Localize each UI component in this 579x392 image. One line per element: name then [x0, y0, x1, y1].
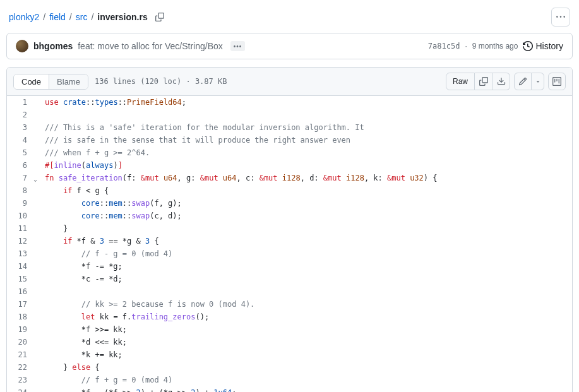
line-number[interactable]: 6 [7, 159, 39, 172]
line-number[interactable]: 1 [7, 96, 39, 109]
code-line: 13 // f - g = 0 (mod 4) [7, 247, 572, 260]
download-icon [497, 77, 506, 86]
dot-sep: · [465, 42, 467, 50]
code-line: 16 [7, 285, 572, 298]
line-number[interactable]: 22 [7, 361, 39, 374]
line-number[interactable]: 4 [7, 134, 39, 146]
commit-sha[interactable]: 7a81c5d [428, 42, 460, 50]
triangle-down-icon [535, 78, 541, 85]
code-line: 15 *c -= *d; [7, 273, 572, 285]
code-line: 17 // kk >= 2 because f is now 0 (mod 4)… [7, 298, 572, 311]
line-content[interactable]: /// when f + g >= 2^64. [39, 146, 572, 159]
breadcrumb-sep: / [91, 12, 93, 22]
line-content[interactable]: *f -= *g; [39, 260, 572, 273]
line-content[interactable]: fn safe_iteration(f: &mut u64, g: &mut u… [39, 172, 572, 184]
commit-left: bhgomes feat: move to alloc for Vec/Stri… [16, 40, 245, 52]
line-number[interactable]: 5 [7, 146, 39, 159]
code-line: 19 *f >>= kk; [7, 323, 572, 336]
line-content[interactable]: // f + g = 0 (mod 4) [39, 374, 572, 386]
line-number[interactable]: 11 [7, 222, 39, 235]
line-content[interactable]: // f - g = 0 (mod 4) [39, 247, 572, 260]
edit-dropdown[interactable] [532, 73, 544, 90]
chevron-down-icon[interactable]: ⌄ [33, 173, 37, 186]
copy-raw-button[interactable] [475, 73, 492, 90]
line-number[interactable]: 2 [7, 109, 39, 121]
line-number[interactable]: 23 [7, 374, 39, 386]
commit-author[interactable]: bhgomes [33, 41, 73, 51]
symbols-icon [552, 77, 561, 86]
line-content[interactable]: #[inline(always)] [39, 159, 572, 172]
code-line: 1use crate::types::PrimeField64; [7, 96, 572, 109]
line-number[interactable]: 21 [7, 348, 39, 361]
code-line: 20 *d <<= kk; [7, 336, 572, 348]
breadcrumb-sep: / [43, 12, 45, 22]
more-actions-button[interactable] [551, 8, 570, 27]
line-number[interactable]: 15 [7, 273, 39, 285]
breadcrumb-link-1[interactable]: field [49, 12, 66, 22]
line-number[interactable]: 17 [7, 298, 39, 311]
breadcrumb-link-0[interactable]: plonky2 [9, 12, 39, 22]
pencil-icon [518, 77, 527, 86]
code-blame-tabs: Code Blame [13, 74, 88, 90]
line-content[interactable]: core::mem::swap(f, g); [39, 197, 572, 210]
history-button[interactable]: History [523, 41, 563, 51]
copy-icon [479, 77, 488, 86]
copy-path-icon[interactable] [155, 13, 164, 21]
breadcrumb-link-2[interactable]: src [76, 12, 88, 22]
raw-button[interactable]: Raw [446, 73, 475, 90]
download-button[interactable] [492, 73, 510, 90]
line-content[interactable]: *f = (*f >> 2) + (*g >> 2) + 1u64; [39, 386, 572, 392]
tab-blame[interactable]: Blame [49, 74, 88, 89]
commit-message[interactable]: feat: move to alloc for Vec/String/Box [78, 41, 223, 51]
line-content[interactable]: } [39, 222, 572, 235]
avatar[interactable] [16, 40, 28, 52]
code-line: 10 core::mem::swap(c, d); [7, 210, 572, 222]
line-content[interactable] [39, 285, 572, 298]
line-number[interactable]: 16 [7, 285, 39, 298]
code-line: 11 } [7, 222, 572, 235]
edit-button[interactable] [514, 73, 532, 90]
breadcrumb-current: inversion.rs [97, 12, 147, 22]
code-line: 23 // f + g = 0 (mod 4) [7, 374, 572, 386]
code-line: 8 if f < g { [7, 184, 572, 197]
line-content[interactable]: core::mem::swap(c, d); [39, 210, 572, 222]
line-number[interactable]: 24 [7, 386, 39, 392]
commit-right: 7a81c5d · 9 months ago History [428, 41, 563, 51]
commit-badge[interactable]: ••• [230, 41, 246, 51]
line-number[interactable]: 14 [7, 260, 39, 273]
file-info: 136 lines (120 loc) · 3.87 KB [95, 77, 227, 86]
line-content[interactable]: /// This is a 'safe' iteration for the m… [39, 121, 572, 134]
line-content[interactable]: *f >>= kk; [39, 323, 572, 336]
line-number[interactable]: 19 [7, 323, 39, 336]
line-content[interactable]: /// is safe in the sense that it will pr… [39, 134, 572, 146]
line-content[interactable]: if f < g { [39, 184, 572, 197]
commit-age: 9 months ago [472, 42, 518, 50]
code-line: 5/// when f + g >= 2^64. [7, 146, 572, 159]
line-number[interactable]: 8 [7, 184, 39, 197]
line-number[interactable]: 7⌄ [7, 172, 39, 184]
code-line: 2 [7, 109, 572, 121]
line-number[interactable]: 9 [7, 197, 39, 210]
line-content[interactable]: *k += kk; [39, 348, 572, 361]
symbols-button[interactable] [548, 73, 566, 90]
file-header: Code Blame 136 lines (120 loc) · 3.87 KB… [7, 68, 572, 96]
line-number[interactable]: 18 [7, 311, 39, 323]
line-number[interactable]: 10 [7, 210, 39, 222]
line-content[interactable] [39, 109, 572, 121]
breadcrumb-sep: / [69, 12, 72, 22]
line-number[interactable]: 20 [7, 336, 39, 348]
code-line: 3/// This is a 'safe' iteration for the … [7, 121, 572, 134]
line-content[interactable]: if *f & 3 == *g & 3 { [39, 235, 572, 247]
code-line: 7⌄fn safe_iteration(f: &mut u64, g: &mut… [7, 172, 572, 184]
line-content[interactable]: *d <<= kk; [39, 336, 572, 348]
line-content[interactable]: // kk >= 2 because f is now 0 (mod 4). [39, 298, 572, 311]
line-content[interactable]: use crate::types::PrimeField64; [39, 96, 572, 109]
line-content[interactable]: let kk = f.trailing_zeros(); [39, 311, 572, 323]
history-icon [523, 41, 533, 51]
line-number[interactable]: 13 [7, 247, 39, 260]
line-content[interactable]: } else { [39, 361, 572, 374]
line-number[interactable]: 12 [7, 235, 39, 247]
line-content[interactable]: *c -= *d; [39, 273, 572, 285]
line-number[interactable]: 3 [7, 121, 39, 134]
tab-code[interactable]: Code [14, 74, 49, 89]
